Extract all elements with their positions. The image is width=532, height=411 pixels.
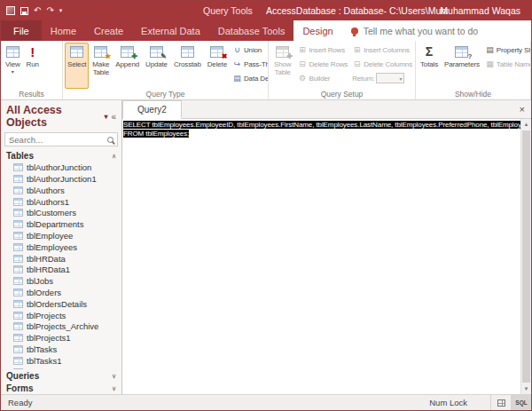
nav-pane-header[interactable]: All Access Objects ▾ « bbox=[1, 100, 121, 130]
table-list-item[interactable]: tblHRData bbox=[1, 253, 121, 265]
data-definition-button[interactable]: ▤ Data Definition bbox=[231, 71, 269, 85]
nav-pane-title: All Access Objects bbox=[6, 104, 100, 129]
queries-expand-icon[interactable]: ∨ bbox=[112, 373, 116, 380]
append-label: Append bbox=[115, 60, 139, 68]
save-icon[interactable] bbox=[20, 7, 28, 15]
tab-external-data[interactable]: External Data bbox=[132, 20, 209, 41]
close-document-icon[interactable]: × bbox=[513, 104, 531, 115]
totals-button[interactable]: Σ Totals bbox=[418, 43, 441, 89]
redo-icon[interactable]: ↷ bbox=[46, 6, 53, 15]
property-sheet-button[interactable]: ▤ Property Sheet bbox=[483, 43, 531, 57]
table-names-button[interactable]: ▦ Table Names bbox=[483, 57, 531, 71]
ribbon-group-results: View ▾ ! Run Results bbox=[1, 41, 63, 99]
table-list-item[interactable]: tblTasks bbox=[1, 344, 121, 355]
group-label-query-setup: Query Setup bbox=[269, 89, 415, 99]
sql-selected-text: SELECT tblEmployees.EmployeeID, tblEmplo… bbox=[123, 121, 520, 138]
run-button[interactable]: ! Run bbox=[24, 43, 42, 89]
table-list-item[interactable]: tblAuthors bbox=[1, 185, 121, 196]
scroll-down-icon[interactable]: ▼ bbox=[521, 383, 531, 394]
delete-query-button[interactable]: ✖ Delete bbox=[205, 43, 230, 89]
contextual-tools-label: Query Tools bbox=[203, 5, 253, 16]
delete-rows-label: Delete Rows bbox=[309, 60, 348, 68]
table-icon bbox=[13, 220, 23, 228]
table-list-item[interactable]: tblDepartments bbox=[1, 218, 121, 230]
data-definition-icon: ▤ bbox=[232, 74, 242, 83]
return-dropdown[interactable]: ▾ bbox=[376, 73, 404, 83]
quick-access-toolbar: ↶ ↷ ▾ bbox=[6, 6, 62, 15]
lightbulb-icon bbox=[351, 28, 358, 35]
shutter-bar-icon[interactable]: « bbox=[111, 112, 116, 122]
plus-overlay-icon: ✚ bbox=[287, 53, 293, 60]
nav-group-forms[interactable]: Forms ∨ bbox=[1, 382, 121, 394]
union-button[interactable]: ∪ Union bbox=[231, 43, 269, 57]
sql-view-button[interactable]: SQL bbox=[511, 395, 531, 410]
tables-collapse-icon[interactable]: ∧ bbox=[112, 153, 116, 160]
search-input[interactable] bbox=[9, 135, 105, 145]
table-list-item[interactable]: tblProjects bbox=[1, 310, 121, 321]
view-button[interactable]: View ▾ bbox=[3, 43, 23, 89]
insert-columns-button[interactable]: ⊞ Insert Columns bbox=[350, 43, 414, 57]
tab-design[interactable]: Design bbox=[293, 20, 341, 41]
tab-home[interactable]: Home bbox=[42, 20, 85, 41]
builder-icon: ⚙ bbox=[297, 74, 307, 83]
qat-dropdown-icon[interactable]: ▾ bbox=[59, 6, 63, 15]
scrollbar-thumb[interactable] bbox=[522, 130, 530, 383]
tell-me-box[interactable]: Tell me what you want to do bbox=[342, 20, 531, 41]
tab-database-tools[interactable]: Database Tools bbox=[209, 20, 294, 41]
delete-rows-button[interactable]: ⊟ Delete Rows bbox=[295, 57, 349, 71]
table-list-item[interactable]: tblEmployees bbox=[1, 241, 121, 253]
group-label-query-type: Query Type bbox=[63, 89, 268, 99]
update-button[interactable]: ✎ Update bbox=[143, 43, 170, 89]
table-list-item[interactable]: tblJobs bbox=[1, 275, 121, 287]
table-list-item[interactable]: tblOrdersDetails bbox=[1, 298, 121, 310]
return-row: Return: ▾ bbox=[350, 71, 414, 85]
table-list-item[interactable]: tblOrders bbox=[1, 287, 121, 298]
forms-expand-icon[interactable]: ∨ bbox=[112, 385, 116, 392]
table-list-item[interactable]: tblProjects_Archive bbox=[1, 321, 121, 333]
table-icon bbox=[13, 300, 23, 308]
table-list-item[interactable]: tblEmployee bbox=[1, 230, 121, 241]
nav-group-queries[interactable]: Queries ∨ bbox=[1, 369, 121, 382]
append-button[interactable]: ✚ Append bbox=[113, 43, 142, 89]
delete-columns-button[interactable]: ⊟ Delete Columns bbox=[350, 57, 414, 71]
sql-editor[interactable]: SELECT tblEmployees.EmployeeID, tblEmplo… bbox=[122, 119, 520, 394]
view-label: View bbox=[5, 60, 20, 68]
select-query-button[interactable]: Select bbox=[65, 43, 89, 89]
view-dropdown-icon: ▾ bbox=[12, 69, 14, 75]
undo-icon[interactable]: ↶ bbox=[34, 6, 41, 15]
table-list-item[interactable]: tblTasks1 bbox=[1, 355, 121, 367]
tab-create[interactable]: Create bbox=[85, 20, 132, 41]
pass-through-icon: ↪ bbox=[232, 59, 242, 68]
pass-through-button[interactable]: ↪ Pass-Through bbox=[231, 57, 269, 71]
table-list-item[interactable]: tblAuthors1 bbox=[1, 196, 121, 208]
table-list-item[interactable]: tblCustomers bbox=[1, 208, 121, 219]
scroll-up-icon[interactable]: ▲ bbox=[521, 119, 531, 130]
parameters-label: Parameters bbox=[444, 60, 480, 68]
table-list-item[interactable]: tblProjects1 bbox=[1, 332, 121, 344]
show-table-button[interactable]: ✚ Show Table bbox=[270, 43, 294, 89]
make-table-button[interactable]: ★ Make Table bbox=[90, 43, 112, 89]
insert-rows-button[interactable]: ⊞ Insert Rows bbox=[295, 43, 349, 57]
plus-overlay-icon: ✚ bbox=[131, 53, 137, 60]
access-app-icon[interactable] bbox=[6, 6, 15, 15]
nav-pane-dropdown-icon[interactable]: ▾ bbox=[104, 113, 107, 121]
insert-columns-icon: ⊞ bbox=[352, 45, 362, 54]
forms-group-label: Forms bbox=[6, 383, 34, 393]
table-icon bbox=[13, 334, 23, 342]
datasheet-view-button[interactable] bbox=[490, 395, 511, 410]
totals-label: Totals bbox=[420, 60, 438, 68]
vertical-scrollbar[interactable]: ▲ ▼ bbox=[520, 119, 531, 394]
show-table-label: Show Table bbox=[273, 60, 292, 76]
nav-group-tables[interactable]: Tables ∧ bbox=[1, 149, 121, 162]
builder-button[interactable]: ⚙ Builder bbox=[295, 71, 349, 85]
tab-file[interactable]: File bbox=[1, 20, 42, 41]
access-window: ↶ ↷ ▾ Query Tools AccessDatabase : Datab… bbox=[0, 0, 532, 411]
table-list-item[interactable]: tblHRData1 bbox=[1, 265, 121, 276]
document-tab-query2[interactable]: Query2 bbox=[122, 100, 182, 119]
table-list-item[interactable]: tblAuthorJunction1 bbox=[1, 173, 121, 185]
crosstab-button[interactable]: Crosstab bbox=[171, 43, 204, 89]
table-list-item[interactable]: tblAuthorJunction bbox=[1, 162, 121, 173]
nav-search-box[interactable] bbox=[4, 132, 118, 146]
parameters-button[interactable]: ? Parameters bbox=[442, 43, 482, 89]
account-user-name[interactable]: Muhammad Waqas bbox=[440, 5, 520, 16]
